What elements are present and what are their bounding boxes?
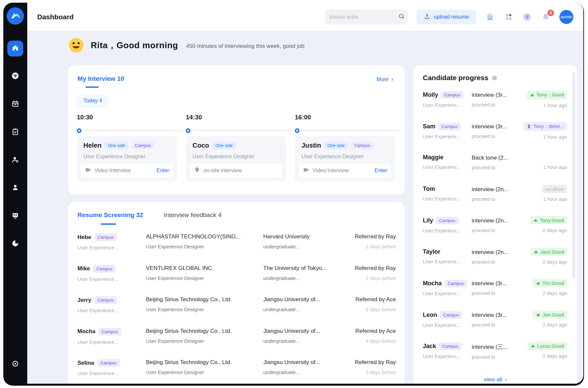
candidate-name: Jack xyxy=(423,343,436,350)
school: Jiangsu University of... xyxy=(263,359,346,366)
tab-underline xyxy=(101,223,116,225)
interviewee-name: Coco xyxy=(192,142,209,149)
search-icon[interactable] xyxy=(398,13,405,21)
sidebar-item-candidates[interactable] xyxy=(7,180,23,196)
help-icon[interactable]: ? xyxy=(522,12,532,22)
degree: undergraduate... xyxy=(263,244,346,249)
candidate-role: User Experienc... xyxy=(423,134,473,139)
list-item[interactable]: MollyCampusUser Experienc... interview (… xyxy=(423,89,567,121)
stage: interview (3r... xyxy=(472,312,525,319)
apps-grid-icon[interactable] xyxy=(504,12,514,22)
school: Jiangsu University of... xyxy=(263,328,346,334)
candidate-role: User Experienc... xyxy=(423,322,473,328)
position: User Experience Designer xyxy=(146,338,261,344)
candidate-role: User Experience... xyxy=(77,339,144,345)
referral: Referred by Ace xyxy=(355,328,396,334)
interview-card[interactable]: Justin One side Campus User Experience D… xyxy=(295,136,395,182)
referral: Referred by Ray xyxy=(355,359,396,366)
table-row[interactable]: JerryCampusUser Experience... Beijing Si… xyxy=(77,294,396,325)
interview-card[interactable]: Helen One side Campus User Experience De… xyxy=(77,136,177,182)
when: 3 days before xyxy=(355,338,396,344)
sidebar-item-record[interactable] xyxy=(7,356,23,372)
search-input[interactable] xyxy=(329,14,398,20)
when: 2 days before xyxy=(355,244,396,249)
interview-card[interactable]: Coco One side User Experience Designer o… xyxy=(186,136,286,182)
interview-slot: 10:30 Helen One side Campus User Experie… xyxy=(77,65,177,194)
avatar[interactable]: aomin xyxy=(559,10,573,24)
candidate-role: User Experienc... xyxy=(423,196,473,201)
interviewee-name: Justin xyxy=(301,142,321,149)
enter-link[interactable]: Enter xyxy=(375,168,387,174)
list-item[interactable]: MaggieUser Experienc... Back tone (2...p… xyxy=(423,152,567,184)
thumbs-up-icon xyxy=(536,281,541,286)
campus-tag: Campus xyxy=(436,217,458,224)
status-badge: Tony：deter... xyxy=(524,122,567,131)
sidebar-item-calendar[interactable] xyxy=(7,96,23,112)
sidebar-item-tasks[interactable] xyxy=(7,124,23,140)
view-all-link[interactable]: view all xyxy=(413,376,577,383)
bell-icon[interactable]: 9 xyxy=(541,12,551,22)
gift-icon[interactable] xyxy=(485,12,495,22)
table-row[interactable]: HebeCampusUser Experience... ALPHASTAR T… xyxy=(77,231,396,262)
one-side-tag: One side xyxy=(104,142,128,149)
timeline-dot-icon xyxy=(186,128,190,133)
timeline-dot-icon xyxy=(295,128,299,133)
position: User Experience Designer xyxy=(146,244,261,249)
list-item[interactable]: MochaCampusUser Experienc... interview (… xyxy=(423,278,567,309)
table-row[interactable]: MochaCampusUser Experience... Beijing Si… xyxy=(77,325,396,357)
tab-interview-feedback[interactable]: Interview feedback 4 xyxy=(164,211,221,219)
campus-tag: Campus xyxy=(351,142,374,149)
interview-time: 14:30 xyxy=(186,114,202,121)
greeting-title: Rita，Good morning xyxy=(91,40,178,51)
campus-tag: Campus xyxy=(94,296,117,304)
greeting-subtitle: 450 minutes of interviewing this week, g… xyxy=(186,43,304,50)
timestamp: 2 days ago xyxy=(530,259,567,265)
campus-tag: Campus xyxy=(97,359,120,367)
search-box[interactable] xyxy=(325,10,408,24)
sidebar-item-add-candidate[interactable] xyxy=(7,152,23,168)
stage: interview (3r... xyxy=(472,280,525,287)
campus-tag: Campus xyxy=(94,233,117,241)
sidebar-item-filter[interactable] xyxy=(7,68,23,84)
enter-link[interactable]: Enter xyxy=(157,168,169,174)
logo-mountain-icon[interactable] xyxy=(7,7,24,25)
status-badge: Tim:Good xyxy=(533,279,567,287)
upload-resume-button[interactable]: upload resume xyxy=(416,10,476,24)
school: Harvard University xyxy=(263,233,346,240)
interviewee-role: User Experience Designer xyxy=(301,154,364,160)
sidebar-item-interview-room[interactable] xyxy=(7,208,23,224)
filter-circle-icon xyxy=(11,72,19,81)
candidate-name: Mocha xyxy=(77,328,95,335)
interviewee-name: Helen xyxy=(83,142,101,149)
when: 3 days before xyxy=(355,369,396,375)
sidebar xyxy=(3,3,27,386)
company: VENTUREX GLOBAL INC. xyxy=(146,265,261,272)
scrollbar[interactable] xyxy=(572,72,575,278)
table-row[interactable]: SelinaCampusUser Experience... Beijing S… xyxy=(77,356,396,384)
info-icon[interactable] xyxy=(492,75,497,81)
list-item[interactable]: TomUser Experienc... interview (2n...pro… xyxy=(423,184,567,215)
sidebar-item-statistics[interactable] xyxy=(7,236,23,252)
list-item[interactable]: JackCampusUser Experienc... interview (三… xyxy=(423,340,567,372)
list-item[interactable]: SamCampusUser Experienc... interview (3r… xyxy=(423,121,567,152)
degree: undergraduate... xyxy=(263,369,346,375)
candidate-role: User Experienc... xyxy=(423,291,473,296)
tab-resume-screening[interactable]: Resume Screening 32 xyxy=(77,211,143,219)
list-item[interactable]: LeonCampusUser Experienc... interview (3… xyxy=(423,309,567,341)
stage-sub: proceed to xyxy=(472,290,525,296)
when: 2 days before xyxy=(355,275,396,281)
one-side-tag: One side xyxy=(324,142,348,149)
sidebar-item-home[interactable] xyxy=(7,41,23,57)
referral: Referred by Ray xyxy=(355,265,396,272)
list-item[interactable]: LilyCampusUser Experienc... interview (2… xyxy=(423,215,567,246)
timestamp: 2 days ago xyxy=(528,353,567,359)
interview-slot: 14:30 Coco One side User Experience Desi… xyxy=(186,65,286,194)
list-item[interactable]: TaylorUser Experienc... interview (2n...… xyxy=(423,246,567,278)
timestamp: 2 days ago xyxy=(533,322,567,327)
timestamp: 1 hour ago xyxy=(527,102,567,108)
timestamp: 1 hour ago xyxy=(524,134,567,140)
table-row[interactable]: MikeCampusUser Experience... VENTUREX GL… xyxy=(77,262,396,294)
video-camera-icon xyxy=(85,167,91,175)
user-add-icon xyxy=(11,156,19,165)
stage: interview (2n... xyxy=(472,217,525,224)
